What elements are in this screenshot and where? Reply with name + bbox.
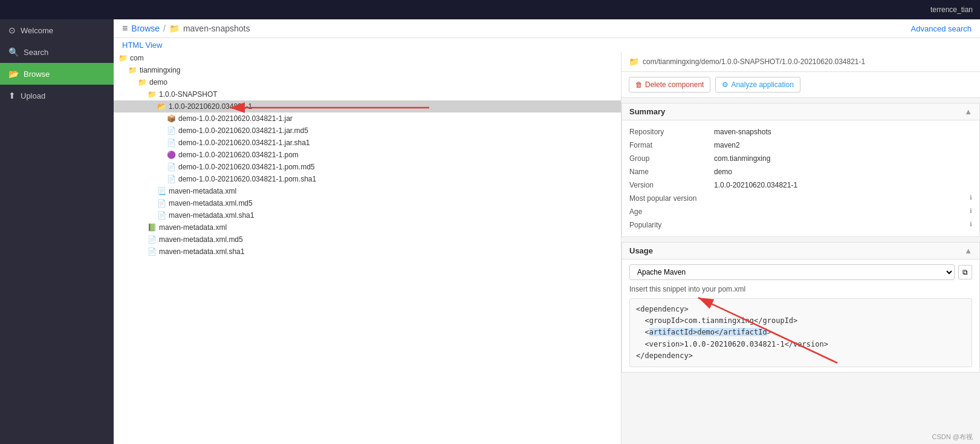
tree-item-label: demo-1.0.0-20210620.034821-1.pom.md5 xyxy=(178,163,315,171)
summary-row: Ageℹ xyxy=(629,205,972,218)
tree-item[interactable]: 📗 maven-metadata.xml xyxy=(114,221,621,233)
tree-item-label: 1.0.0-20210620.034821-1 xyxy=(169,102,252,111)
content-area: ≡ Browse / 📁 maven-snapshots Advanced se… xyxy=(114,19,980,444)
sidebar-item-search[interactable]: 🔍 Search xyxy=(0,41,114,63)
tree-item[interactable]: 📄 maven-metadata.xml.sha1 xyxy=(114,209,621,221)
prop-value: maven-snapshots xyxy=(714,128,972,136)
sidebar-item-browse[interactable]: 📂 Browse xyxy=(0,63,114,85)
tree-panel: 📁 com📁 tianmingxing📁 demo📁 1.0.0-SNAPSHO… xyxy=(114,52,621,444)
tree-item[interactable]: 📂 1.0.0-20210620.034821-1 xyxy=(114,100,621,113)
info-icon: ℹ xyxy=(970,207,972,214)
tree-item[interactable]: 📄 demo-1.0.0-20210620.034821-1.pom.md5 xyxy=(114,161,621,173)
sidebar-item-label: Upload xyxy=(21,91,45,100)
copy-snippet-button[interactable]: ⧉ xyxy=(958,265,972,279)
tree-item[interactable]: 📄 demo-1.0.0-20210620.034821-1.jar.sha1 xyxy=(114,137,621,149)
usage-section: Usage ▲ Apache Maven ⧉ Insert this s xyxy=(621,242,980,373)
code-line-4: <version>1.0.0-20210620.034821-1</versio… xyxy=(636,339,965,350)
summary-row: Repositorymaven-snapshots xyxy=(629,125,972,139)
summary-row: Most popular versionℹ xyxy=(629,192,972,205)
tree-item-label: 1.0.0-SNAPSHOT xyxy=(159,90,218,99)
file-icon: 📄 xyxy=(167,126,176,135)
sidebar-item-label: Browse xyxy=(24,70,50,79)
prop-value: com.tianmingxing xyxy=(714,154,972,163)
browse-icon: 📂 xyxy=(8,69,19,79)
summary-title: Summary xyxy=(629,107,665,116)
folder-icon: 📁 xyxy=(118,54,128,62)
tree-item[interactable]: 📄 demo-1.0.0-20210620.034821-1.jar.md5 xyxy=(114,125,621,137)
usage-collapse-icon: ▲ xyxy=(964,246,972,255)
detail-panel: 📁 com/tianmingxing/demo/1.0.0-SNAPSHOT/1… xyxy=(621,52,980,444)
tree-item-label: tianmingxing xyxy=(140,66,180,74)
prop-value: 1.0.0-20210620.034821-1 xyxy=(714,181,972,189)
summary-row: Groupcom.tianmingxing xyxy=(629,152,972,165)
sidebar-item-label: Search xyxy=(24,48,48,57)
code-snippet: <dependency> <groupId>com.tianmingxing</… xyxy=(629,298,972,367)
tree-item-label: maven-metadata.xml.sha1 xyxy=(169,211,254,220)
summary-row: Version1.0.0-20210620.034821-1 xyxy=(629,178,972,192)
tree-item[interactable]: 📁 tianmingxing xyxy=(114,64,621,76)
snippet-description: Insert this snippet into your pom.xml xyxy=(629,285,972,293)
prop-label: Name xyxy=(629,168,714,176)
file-icon: 📄 xyxy=(157,211,166,220)
tree-item[interactable]: 📃 maven-metadata.xml xyxy=(114,185,621,197)
tree-item[interactable]: 📁 com xyxy=(114,52,621,64)
summary-row: Popularityℹ xyxy=(629,218,972,232)
artifact-highlight: artifactId>demo</artifactId xyxy=(649,328,767,336)
analyze-application-button[interactable]: ⚙ Analyze application xyxy=(715,77,800,93)
tree-item[interactable]: 🟣 demo-1.0.0-20210620.034821-1.pom xyxy=(114,149,621,161)
tree-item-label: maven-metadata.xml.md5 xyxy=(169,199,253,207)
tree-item[interactable]: 📦 demo-1.0.0-20210620.034821-1.jar xyxy=(114,113,621,125)
advanced-search-link[interactable]: Advanced search xyxy=(911,24,972,33)
prop-value: demo xyxy=(714,168,972,176)
watermark: CSDN @布视 xyxy=(932,433,973,442)
tree-item-label: demo-1.0.0-20210620.034821-1.jar xyxy=(178,114,293,123)
sidebar: ⊙ Welcome 🔍 Search 📂 Browse ⬆ Upload xyxy=(0,19,114,444)
folder-open-icon: 📂 xyxy=(157,102,166,111)
usage-header: Usage ▲ xyxy=(622,243,979,260)
tree-item[interactable]: 📁 1.0.0-SNAPSHOT xyxy=(114,88,621,100)
tree-item-label: demo xyxy=(149,78,167,87)
code-line-1: <dependency> xyxy=(636,304,965,315)
detail-path: com/tianmingxing/demo/1.0.0-SNAPSHOT/1.0… xyxy=(643,57,865,66)
file-icon: 📄 xyxy=(167,139,176,147)
delete-component-button[interactable]: 🗑 Delete component xyxy=(629,77,710,93)
xml-icon: 📃 xyxy=(157,187,166,195)
analyze-label: Analyze application xyxy=(731,80,793,89)
code-line-5: </dependency> xyxy=(636,350,965,362)
file-icon: 📄 xyxy=(148,235,157,244)
delete-label: Delete component xyxy=(645,80,704,89)
gear-icon: ⚙ xyxy=(722,80,729,89)
detail-path-header: 📁 com/tianmingxing/demo/1.0.0-SNAPSHOT/1… xyxy=(621,52,980,72)
file-icon: 📄 xyxy=(167,175,176,183)
prop-label: Format xyxy=(629,141,714,149)
folder-icon: 📁 xyxy=(148,90,157,99)
tree-item-label: com xyxy=(130,54,144,62)
browse-nav-icon: ≡ xyxy=(122,23,128,34)
folder-icon: 📁 xyxy=(128,66,137,74)
topbar-user: terrence_tian xyxy=(930,5,973,14)
trash-icon: 🗑 xyxy=(635,80,643,89)
html-view-link[interactable]: HTML View xyxy=(122,41,162,50)
file-icon: 📄 xyxy=(148,247,157,256)
sidebar-item-label: Welcome xyxy=(21,26,53,35)
usage-type-select[interactable]: Apache Maven xyxy=(629,264,955,280)
sidebar-item-welcome[interactable]: ⊙ Welcome xyxy=(0,19,114,41)
sidebar-item-upload[interactable]: ⬆ Upload xyxy=(0,85,114,106)
prop-label: Version xyxy=(629,181,714,189)
tree-item[interactable]: 📄 maven-metadata.xml.md5 xyxy=(114,233,621,246)
tree-item[interactable]: 📄 demo-1.0.0-20210620.034821-1.pom.sha1 xyxy=(114,173,621,185)
file-icon: 📄 xyxy=(167,163,176,171)
upload-icon: ⬆ xyxy=(8,91,16,100)
tree-item[interactable]: 📄 maven-metadata.xml.md5 xyxy=(114,197,621,209)
detail-folder-icon: 📁 xyxy=(629,57,639,67)
info-icon: ℹ xyxy=(970,221,972,227)
code-line-3: <artifactId>demo</artifactId> xyxy=(636,327,965,338)
tree-item-label: demo-1.0.0-20210620.034821-1.jar.md5 xyxy=(178,126,308,135)
copy-icon: ⧉ xyxy=(962,268,968,276)
welcome-icon: ⊙ xyxy=(8,25,16,35)
usage-title: Usage xyxy=(629,246,653,255)
breadcrumb-main[interactable]: Browse xyxy=(131,24,160,33)
topbar: terrence_tian xyxy=(0,0,980,19)
tree-item[interactable]: 📄 maven-metadata.xml.sha1 xyxy=(114,246,621,258)
tree-item[interactable]: 📁 demo xyxy=(114,76,621,88)
